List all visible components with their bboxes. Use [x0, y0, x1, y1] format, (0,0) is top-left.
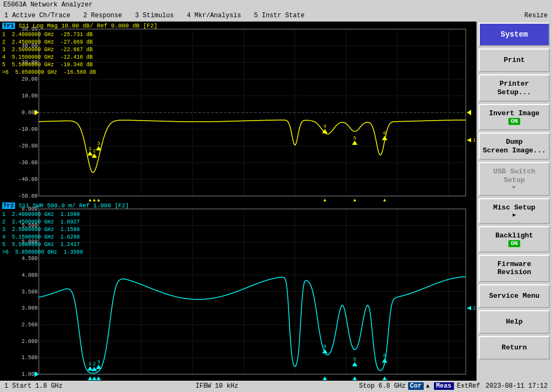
menu-active-ch[interactable]: 1 Active Ch/Trace: [2, 11, 72, 20]
status-start: 1 Start 1.8 GHz: [0, 382, 144, 390]
dump-screen-button[interactable]: DumpScreen Image...: [479, 132, 550, 160]
marker-readout-bottom: 1 2.4000000 GHz 1.1090 2 2.4500000 GHz 1…: [2, 211, 83, 256]
backlight-button[interactable]: BacklightON: [479, 226, 550, 253]
menu-mkr-analysis[interactable]: 4 Mkr/Analysis: [184, 11, 243, 20]
misc-setup-button[interactable]: Misc Setup: [479, 198, 550, 224]
plot-area: Tr1 S11 Log Mag 10.00 dB/ Ref 0.000 dB […: [0, 22, 477, 380]
status-extref: ExtRef: [455, 382, 482, 390]
system-button[interactable]: System: [479, 23, 550, 46]
service-menu-button[interactable]: Service Menu: [479, 284, 550, 308]
status-time: 2023-08-11 17:12: [484, 382, 550, 390]
main-area: Tr1 S11 Log Mag 10.00 dB/ Ref 0.000 dB […: [0, 22, 552, 380]
chart-bottom: Tr2 S11 SWR 500.0 m/ Ref 1.000 [F2] 1 2.…: [0, 201, 477, 381]
printer-setup-button[interactable]: Printer Setup...: [479, 74, 550, 102]
firmware-revision-button[interactable]: FirmwareRevision: [479, 255, 550, 282]
chart-top: Tr1 S11 Log Mag 10.00 dB/ Ref 0.000 dB […: [0, 22, 477, 201]
status-stop: Stop 6.8 GHz: [359, 382, 405, 390]
right-panel: System Print Printer Setup... Invert Ima…: [477, 22, 552, 380]
marker-1-bottom: 1 2.4000000 GHz 1.1090: [2, 211, 83, 219]
menu-response[interactable]: 2 Response: [81, 11, 124, 20]
app-title: E5063A Network Analyzer: [3, 1, 93, 9]
print-button[interactable]: Print: [479, 48, 550, 72]
marker-readout-top: 1 2.4000000 GHz -25.731 dB 2 2.4500000 G…: [2, 31, 96, 76]
marker-5-bottom: 5 5.5000000 GHz 1.2417: [2, 241, 83, 249]
marker-5-top: 5 5.5000000 GHz -19.346 dB: [2, 61, 96, 69]
marker-3-bottom: 3 2.5000000 GHz 1.1588: [2, 226, 83, 234]
marker-4-top: 4 5.1500000 GHz -12.416 dB: [2, 54, 96, 61]
trace-label-bottom: Tr2: [2, 202, 15, 209]
trace-header-bottom: Tr2 S11 SWR 500.0 m/ Ref 1.000 [F2]: [2, 202, 129, 209]
marker-2-bottom: 2 2.4500000 GHz 1.0927: [2, 219, 83, 226]
status-ifbw: IFBW 10 kHz: [144, 382, 289, 390]
trace-label-top: Tr1: [2, 23, 15, 29]
resize-button[interactable]: Resize: [522, 11, 550, 20]
marker-6-top: >6 5.8500000 GHz -16.560 dB: [2, 69, 96, 76]
marker-2-top: 2 2.4500000 GHz -27.069 dB: [2, 39, 96, 46]
status-right: Stop 6.8 GHz Cor ▲: [289, 382, 434, 390]
usb-switch-button[interactable]: USB SwitchSetup: [479, 162, 550, 196]
trace-info-top: S11 Log Mag 10.00 dB/ Ref 0.000 dB [F2]: [18, 23, 157, 29]
trace-info-bottom: S11 SWR 500.0 m/ Ref 1.000 [F2]: [18, 202, 129, 209]
help-button[interactable]: Help: [479, 310, 550, 334]
marker-6-bottom: >6 5.8500000 GHz 1.3508: [2, 249, 83, 256]
menu-bar: 1 Active Ch/Trace 2 Response 3 Stimulus …: [0, 10, 552, 22]
status-cor: Cor: [408, 382, 424, 390]
return-button[interactable]: Return: [479, 336, 550, 360]
status-meas: Meas: [434, 382, 454, 390]
trace-header-top: Tr1 S11 Log Mag 10.00 dB/ Ref 0.000 dB […: [2, 23, 157, 29]
menu-instr-state[interactable]: 5 Instr State: [252, 11, 307, 20]
status-bar: 1 Start 1.8 GHz IFBW 10 kHz Stop 6.8 GHz…: [0, 380, 552, 392]
title-bar: E5063A Network Analyzer: [0, 0, 552, 10]
marker-1-top: 1 2.4000000 GHz -25.731 dB: [2, 31, 96, 39]
invert-image-button[interactable]: Invert ImageON: [479, 104, 550, 130]
marker-3-top: 3 2.5000000 GHz -22.667 dB: [2, 46, 96, 54]
menu-stimulus[interactable]: 3 Stimulus: [133, 11, 176, 20]
marker-4-bottom: 4 5.1500000 GHz 1.6298: [2, 234, 83, 241]
